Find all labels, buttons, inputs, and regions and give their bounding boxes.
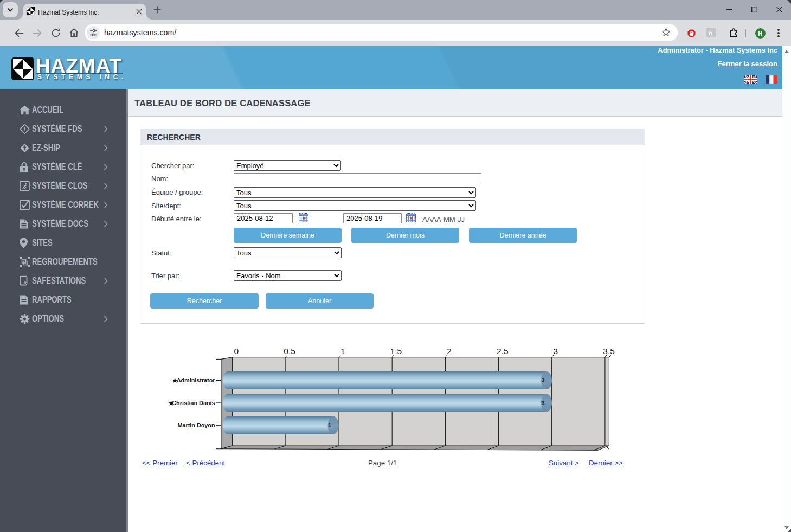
svg-text:★: ★ [172,376,178,384]
svg-text:1: 1 [328,422,331,428]
svg-text:2: 2 [447,347,452,356]
svg-text:Administrator: Administrator [177,377,216,383]
svg-text:3: 3 [541,377,544,383]
svg-text:2.5: 2.5 [497,347,509,356]
svg-text:Christian Danis: Christian Danis [172,400,215,406]
svg-text:3: 3 [541,400,544,406]
svg-text:1: 1 [340,347,345,356]
svg-text:0: 0 [234,347,239,356]
svg-text:3.5: 3.5 [603,347,615,356]
svg-text:0.5: 0.5 [284,347,295,356]
svg-text:★: ★ [168,399,175,407]
svg-text:Martin Doyon: Martin Doyon [178,422,215,428]
svg-text:1.5: 1.5 [390,347,402,356]
svg-text:!: ! [24,125,26,132]
svg-text:3: 3 [554,347,558,356]
